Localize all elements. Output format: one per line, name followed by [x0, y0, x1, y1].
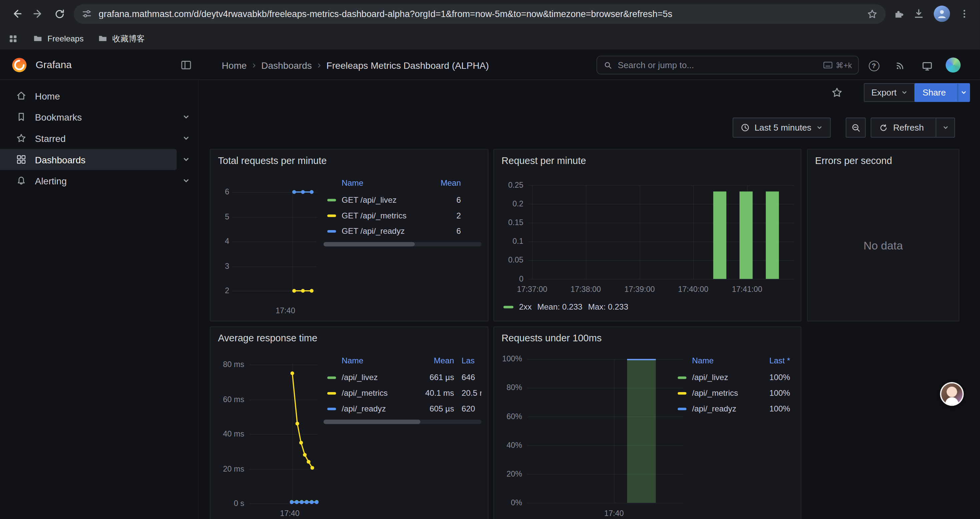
legend-scrollbar[interactable] [323, 420, 482, 424]
series-color-dash [678, 376, 686, 378]
downloads-icon[interactable] [913, 7, 925, 20]
sidebar-item-alerting[interactable]: Alerting [0, 170, 198, 192]
bookmark-star-icon[interactable] [866, 8, 878, 20]
y-axis-tick-label: 0.2 [499, 199, 523, 209]
share-button[interactable]: Share [914, 83, 970, 102]
legend-value: 2 [430, 211, 461, 220]
legend-max-value: Max: 0.233 [588, 302, 628, 311]
refresh-icon [879, 123, 888, 132]
grafana-logo[interactable] [11, 57, 28, 73]
dock-sidebar-icon[interactable] [180, 59, 192, 71]
legend-row[interactable]: /api/_metrics40.1 ms20.5 r [323, 385, 482, 401]
legend-row[interactable]: GET /api/_metrics2 [323, 208, 461, 224]
legend-value: 100% [760, 388, 790, 398]
breadcrumb-dashboards[interactable]: Dashboards [261, 60, 312, 70]
chart-total-requests: 6543217:40 [217, 186, 324, 318]
breadcrumb-home[interactable]: Home [222, 60, 247, 70]
y-axis-tick-label: 6 [217, 187, 229, 197]
time-range-picker[interactable]: Last 5 minutes [732, 118, 830, 137]
breadcrumb-separator-icon: › [253, 59, 256, 71]
series-color-dash [503, 306, 513, 308]
rss-icon[interactable] [892, 58, 908, 73]
chevron-down-icon[interactable] [182, 176, 191, 185]
series-line [292, 374, 312, 468]
reload-icon[interactable] [49, 3, 70, 24]
legend-row[interactable]: GET /api/_livez6 [323, 192, 461, 208]
star-dashboard-icon[interactable] [830, 86, 843, 99]
monitor-icon[interactable] [919, 58, 934, 73]
series-color-dash [327, 376, 336, 378]
scrollbar-thumb[interactable] [323, 420, 420, 424]
legend-value: 605 µs [419, 404, 454, 414]
panel-title[interactable]: Requests under 100ms [502, 333, 602, 344]
user-avatar[interactable] [946, 57, 961, 72]
bookmark-folder-freeleaps[interactable]: Freeleaps [32, 33, 83, 44]
chevron-down-icon[interactable] [182, 134, 191, 143]
legend-row[interactable]: /api/_readyz100% [674, 401, 790, 417]
refresh-main[interactable]: Refresh [871, 118, 931, 137]
x-axis-tick-label: 17:41:00 [719, 285, 776, 295]
home-icon [16, 90, 27, 102]
panel-errors-per-second: Errors per second No data [807, 149, 959, 322]
legend-scrollbar[interactable] [323, 242, 482, 246]
refresh-button[interactable]: Refresh [870, 118, 955, 137]
search-placeholder: Search or jump to... [618, 60, 818, 70]
url-text[interactable]: grafana.mathmast.com/d/deytv4rwavabkb/fr… [99, 9, 866, 19]
x-axis-tick-label: 17:40:00 [665, 285, 721, 295]
browser-window: grafana.mathmast.com/d/deytv4rwavabkb/fr… [0, 0, 980, 519]
search-input[interactable]: Search or jump to... ⌘+k [597, 56, 859, 75]
chart-canvas [249, 358, 318, 508]
y-axis-tick-label: 0 [499, 274, 523, 284]
chevron-down-icon[interactable] [182, 155, 191, 164]
site-info-icon[interactable] [81, 8, 92, 19]
sideb-label: Bookmarks [35, 112, 82, 122]
legend-row[interactable]: /api/_livez100% [674, 370, 790, 385]
y-axis-tick-label: 3 [217, 261, 229, 271]
refresh-interval-dropdown[interactable] [935, 118, 954, 137]
apps-grid-icon[interactable] [7, 33, 19, 44]
browser-menu-icon[interactable] [959, 8, 970, 19]
legend-value: 6 [430, 195, 461, 204]
url-bar[interactable]: grafana.mathmast.com/d/deytv4rwavabkb/fr… [74, 4, 886, 23]
sidebar-item-starred[interactable]: Starred [0, 128, 198, 149]
legend-row[interactable]: GET /api/_readyz6 [323, 223, 461, 239]
legend-row[interactable]: /api/_readyz605 µs620 [323, 401, 482, 417]
extensions-icon[interactable] [892, 8, 904, 20]
forward-icon[interactable] [27, 3, 49, 24]
share-dropdown-icon[interactable] [958, 84, 970, 101]
y-axis-tick-label: 0.05 [499, 255, 523, 265]
sidebar-item-dashboards[interactable]: Dashboards [0, 149, 198, 170]
bar [627, 359, 656, 503]
bookmark-label: Freeleaps [48, 34, 83, 43]
grafana-header: Grafana Home › Dashboards › Freeleaps Me… [0, 50, 980, 80]
panel-title[interactable]: Total requests per minute [218, 155, 327, 166]
legend-row[interactable]: /api/_metrics100% [674, 385, 790, 401]
bookmark-folder-blogs[interactable]: 收藏博客 [97, 33, 145, 44]
profile-avatar[interactable] [934, 6, 950, 22]
panel-title[interactable]: Average response time [218, 333, 318, 344]
zoom-out-button[interactable] [846, 118, 865, 137]
legend-row[interactable]: /api/_livez661 µs646 [323, 370, 482, 385]
x-axis-tick-label: 17:40 [586, 509, 642, 518]
panel-title[interactable]: Errors per second [815, 155, 892, 166]
chevron-down-icon[interactable] [182, 113, 191, 121]
chart-requests-under-100ms: 100%80%60%40%20%0%17:40 [499, 357, 686, 519]
floating-assistant-avatar[interactable] [940, 382, 964, 406]
browser-toolbar: grafana.mathmast.com/d/deytv4rwavabkb/fr… [0, 0, 980, 27]
legend-series-name: /api/_metrics [692, 388, 760, 398]
legend-series-name: Name [342, 178, 430, 187]
legend-series-label[interactable]: 2xx [519, 302, 532, 311]
y-axis-tick-label: 60 ms [217, 394, 244, 404]
sidebar-item-home[interactable]: Home [0, 85, 198, 107]
y-axis-tick-label: 0.1 [499, 236, 523, 246]
scrollbar-thumb[interactable] [323, 242, 415, 246]
sidebar-item-bookmarks[interactable]: Bookmarks [0, 106, 198, 128]
export-button[interactable]: Export [864, 83, 916, 102]
series-color-dash [678, 407, 686, 410]
chart-canvas [527, 357, 683, 508]
back-icon[interactable] [6, 3, 28, 24]
chart-request-per-minute: 0.250.20.150.10.05017:37:0017:38:0017:39… [499, 179, 797, 314]
share-label[interactable]: Share [915, 84, 953, 101]
help-icon[interactable] [866, 58, 881, 73]
panel-title[interactable]: Request per minute [502, 155, 586, 166]
